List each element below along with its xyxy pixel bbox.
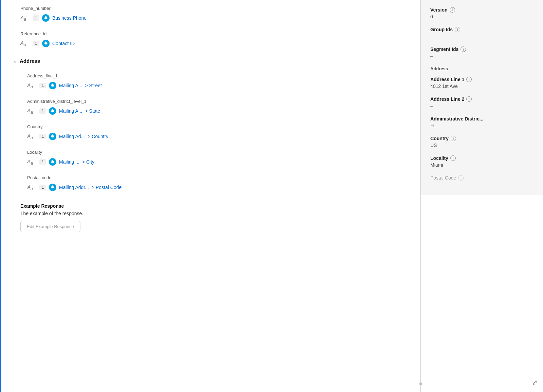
postal-code-row: Aa 1 Mailing Addr... > Postal Code bbox=[27, 182, 407, 192]
chevron-down-icon[interactable]: ⌄ bbox=[14, 59, 17, 63]
country-info-icon[interactable]: i bbox=[451, 136, 456, 141]
country-field-label: Country bbox=[27, 119, 407, 131]
example-response-section: Example Response The example of the resp… bbox=[0, 195, 420, 240]
right-address-line1-label: Address Line 1 bbox=[430, 77, 464, 82]
phone-num-badge: 1 bbox=[33, 15, 39, 21]
example-response-title: Example Response bbox=[20, 203, 407, 209]
phone-number-row: Aa 1 Business Phone bbox=[20, 13, 407, 23]
salesforce-icon-phone bbox=[42, 14, 50, 22]
mailing-admin-link[interactable]: Mailing A... bbox=[59, 108, 82, 114]
admin-district-row: Aa 1 Mailing A... > State bbox=[27, 106, 407, 116]
right-address-line1-field: Address Line 1 i 4012 1st Ave bbox=[430, 77, 533, 89]
right-locality-value: Miami bbox=[430, 162, 533, 168]
locality-field: Locality Aa 1 Mailing ... > City bbox=[27, 144, 407, 167]
admin-district-label: Administrative_district_level_1 bbox=[27, 93, 407, 106]
right-address-line2-label-row: Address Line 2 i bbox=[430, 96, 533, 102]
right-country-field: Country i US bbox=[430, 136, 533, 148]
right-admin-district-value: FL bbox=[430, 123, 533, 128]
locality-num-badge: 1 bbox=[39, 159, 46, 165]
segment-ids-field: Segment Ids i – bbox=[430, 46, 533, 59]
admin-num-badge: 1 bbox=[39, 108, 46, 114]
mailing-addr1-link[interactable]: Mailing A... bbox=[59, 83, 82, 88]
mailing-locality-link[interactable]: Mailing ... bbox=[59, 159, 79, 165]
reference-num-badge: 1 bbox=[33, 41, 39, 46]
type-icon-admin: Aa bbox=[27, 108, 37, 115]
address-line1-field: Address_line_1 Aa 1 Mailing A... > Stree… bbox=[27, 68, 407, 91]
type-icon-country: Aa bbox=[27, 133, 37, 140]
segment-ids-value: – bbox=[430, 53, 533, 59]
group-ids-label: Group Ids bbox=[430, 27, 453, 32]
country-field: Country Aa 1 Mailing Ad... > Country bbox=[27, 119, 407, 142]
salesforce-icon-country bbox=[49, 133, 56, 140]
right-address-line2-field: Address Line 2 i – bbox=[430, 96, 533, 109]
right-address-line2-value: – bbox=[430, 103, 533, 109]
locality-row: Aa 1 Mailing ... > City bbox=[27, 157, 407, 167]
postal-code-info-icon[interactable]: i bbox=[458, 175, 464, 181]
type-icon-phone: Aa bbox=[20, 15, 30, 22]
type-icon-addr1: Aa bbox=[27, 82, 37, 89]
address-line1-info-icon[interactable]: i bbox=[466, 77, 472, 82]
right-panel: Version i 0 Group Ids i – Segment Ids i bbox=[421, 0, 543, 195]
address-header-label: Address bbox=[20, 58, 40, 64]
right-country-value: US bbox=[430, 143, 533, 148]
country-row: Aa 1 Mailing Ad... > Country bbox=[27, 131, 407, 142]
right-locality-label-row: Locality i bbox=[430, 155, 533, 161]
type-icon-postal: Aa bbox=[27, 184, 37, 191]
edit-example-response-button[interactable]: Edit Example Response bbox=[20, 221, 80, 232]
mailing-country-link[interactable]: Mailing Ad... bbox=[59, 134, 85, 139]
country-arrow-text: > Country bbox=[88, 134, 108, 139]
phone-link[interactable]: Business Phone bbox=[52, 15, 87, 21]
segment-ids-info-icon[interactable]: i bbox=[461, 46, 466, 52]
version-field: Version i 0 bbox=[430, 7, 533, 19]
locality-arrow-text: > City bbox=[82, 159, 94, 165]
right-admin-district-field: Administrative Distric... FL bbox=[430, 116, 533, 128]
version-info-icon[interactable]: i bbox=[450, 7, 455, 13]
salesforce-icon-reference bbox=[42, 40, 50, 47]
salesforce-icon-locality bbox=[49, 158, 56, 166]
locality-field-label: Locality bbox=[27, 144, 407, 157]
group-ids-label-row: Group Ids i bbox=[430, 27, 533, 32]
type-icon-reference: Aa bbox=[20, 40, 30, 47]
salesforce-icon-addr1 bbox=[49, 82, 56, 89]
right-postal-code-label: Postal Code bbox=[430, 175, 456, 181]
expand-icon[interactable]: ⤢ bbox=[532, 378, 538, 387]
phone-number-label: Phone_number bbox=[20, 0, 407, 13]
right-locality-label: Locality bbox=[430, 155, 448, 161]
version-value: 0 bbox=[430, 14, 533, 19]
admin-arrow-text: > State bbox=[85, 108, 100, 114]
mailing-postal-link[interactable]: Mailing Addr... bbox=[59, 185, 89, 190]
right-country-label-row: Country i bbox=[430, 136, 533, 141]
reference-id-label: Reference_id bbox=[20, 26, 407, 38]
addr1-num-badge: 1 bbox=[39, 83, 46, 88]
right-address-line1-value: 4012 1st Ave bbox=[430, 83, 533, 89]
right-address-line1-label-row: Address Line 1 i bbox=[430, 77, 533, 82]
type-icon-locality: Aa bbox=[27, 158, 37, 166]
contact-id-link[interactable]: Contact ID bbox=[52, 41, 75, 46]
group-ids-info-icon[interactable]: i bbox=[455, 27, 460, 32]
address-section-header: ⌄ Address bbox=[0, 51, 420, 68]
country-num-badge: 1 bbox=[39, 134, 46, 139]
postal-num-badge: 1 bbox=[39, 185, 46, 190]
left-panel: Phone_number Aa 1 Business Phone Referen… bbox=[0, 0, 420, 392]
address-line1-label: Address_line_1 bbox=[27, 68, 407, 80]
postal-arrow-text: > Postal Code bbox=[92, 185, 121, 190]
postal-code-field: Postal_code Aa 1 Mailing Addr... > Posta… bbox=[27, 170, 407, 192]
segment-ids-label-row: Segment Ids i bbox=[430, 46, 533, 52]
segment-ids-label: Segment Ids bbox=[430, 46, 458, 52]
right-admin-district-label-row: Administrative Distric... bbox=[430, 116, 533, 122]
version-label-row: Version i bbox=[430, 7, 533, 13]
group-ids-value: – bbox=[430, 34, 533, 39]
address-fields-container: Address_line_1 Aa 1 Mailing A... > Stree… bbox=[0, 68, 420, 192]
address-line1-row: Aa 1 Mailing A... > Street bbox=[27, 80, 407, 91]
salesforce-icon-postal bbox=[49, 184, 56, 191]
right-postal-code-field: Postal Code i bbox=[430, 175, 533, 181]
address-line2-info-icon[interactable]: i bbox=[466, 96, 472, 102]
right-locality-field: Locality i Miami bbox=[430, 155, 533, 168]
example-response-desc: The example of the response. bbox=[20, 211, 407, 216]
locality-info-icon[interactable]: i bbox=[450, 155, 456, 161]
right-country-label: Country bbox=[430, 136, 449, 141]
postal-code-field-label: Postal_code bbox=[27, 170, 407, 182]
group-ids-field: Group Ids i – bbox=[430, 27, 533, 39]
right-admin-district-label: Administrative Distric... bbox=[430, 116, 483, 122]
right-address-line2-label: Address Line 2 bbox=[430, 96, 464, 102]
